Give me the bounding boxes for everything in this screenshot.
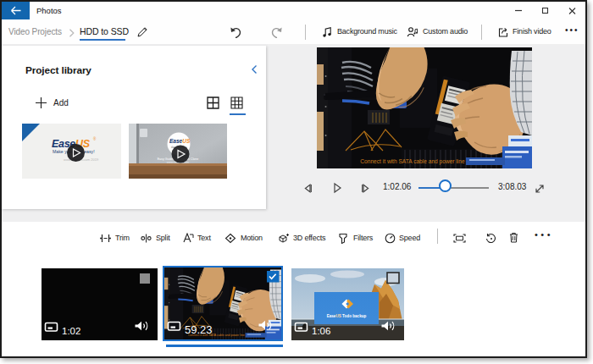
svg-text:59.23: 59.23	[185, 323, 213, 336]
svg-text:EaseUS Todo backup: EaseUS Todo backup	[327, 314, 367, 318]
svg-text:1:06: 1:06	[312, 326, 330, 336]
svg-text:EaseUS: EaseUS	[169, 138, 191, 144]
svg-text:1:02: 1:02	[62, 326, 80, 336]
svg-text:Connect it with SATA cable and: Connect it with SATA cable and power lin…	[360, 158, 465, 165]
